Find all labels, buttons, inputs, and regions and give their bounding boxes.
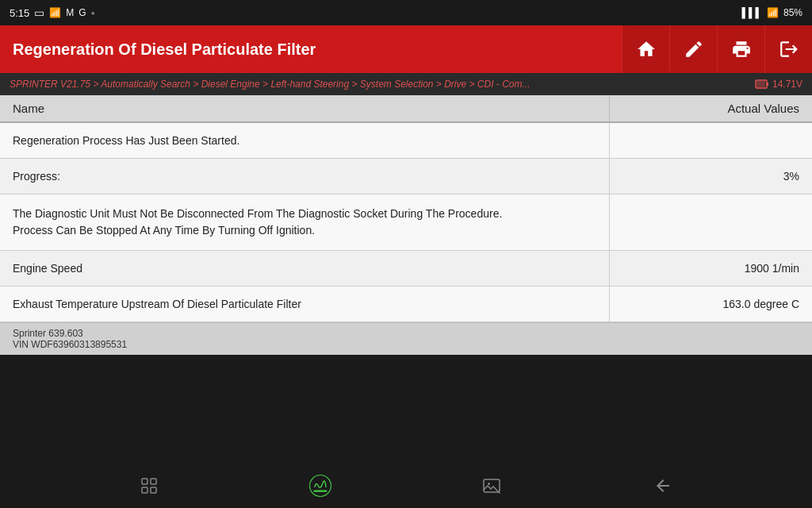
table-cell-name: Regeneration Process Has Just Been Start…	[0, 122, 609, 159]
exit-button[interactable]	[764, 25, 812, 73]
print-button[interactable]	[717, 25, 764, 73]
svg-point-10	[488, 483, 490, 485]
recent-apps-button[interactable]	[130, 467, 168, 505]
wifi-icon: 📶	[767, 7, 779, 18]
table-cell-value	[609, 122, 812, 159]
gallery-button[interactable]	[473, 467, 511, 505]
value-column-header: Actual Values	[609, 95, 812, 122]
table-row: Engine Speed1900 1/min	[0, 251, 812, 287]
m-icon: M	[66, 7, 74, 18]
edit-icon	[684, 39, 704, 60]
battery-icon: ▭	[34, 6, 44, 19]
svg-rect-1	[767, 83, 768, 86]
svg-rect-6	[151, 487, 156, 493]
signal-icon: 📶	[49, 7, 61, 18]
voltage-display: 14.71V	[755, 79, 802, 90]
home-icon	[636, 39, 657, 60]
table-header: Name Actual Values	[0, 95, 812, 122]
svg-rect-2	[756, 81, 765, 87]
svg-rect-4	[151, 479, 156, 484]
exit-icon	[779, 39, 799, 60]
svg-point-7	[310, 475, 331, 497]
breadcrumb: SPRINTER V21.75 > Automatically Search >…	[0, 73, 812, 95]
back-button[interactable]	[644, 467, 682, 505]
table-row: Progress:3%	[0, 159, 812, 194]
header: Regeneration Of Diesel Particulate Filte…	[0, 25, 812, 73]
vehicle-model: Sprinter 639.603	[13, 328, 799, 339]
print-icon	[731, 39, 752, 60]
table-cell-name: Progress:	[0, 159, 609, 194]
table-row: Exhaust Temperature Upstream Of Diesel P…	[0, 287, 812, 322]
table-cell-value	[609, 194, 812, 251]
table-cell-name: Exhaust Temperature Upstream Of Diesel P…	[0, 287, 609, 322]
vehicle-vin: VIN WDF63960313895531	[13, 339, 799, 350]
name-column-header: Name	[0, 95, 609, 122]
table-row: Regeneration Process Has Just Been Start…	[0, 122, 812, 159]
edit-button[interactable]	[669, 25, 717, 73]
svg-rect-5	[142, 487, 147, 493]
battery-percent: 85%	[783, 7, 802, 18]
status-right: ▌▌▌ 📶 85%	[741, 7, 802, 18]
svg-rect-3	[142, 479, 147, 484]
footer-info: Sprinter 639.603 VIN WDF63960313895531	[0, 322, 812, 355]
table-cell-value: 1900 1/min	[609, 251, 812, 287]
status-bar: 5:15 ▭ 📶 M G ● ▌▌▌ 📶 85%	[0, 0, 812, 25]
dot-icon: ●	[91, 10, 95, 17]
breadcrumb-text: SPRINTER V21.75 > Automatically Search >…	[10, 79, 530, 90]
time-display: 5:15	[10, 7, 29, 19]
header-icon-group	[622, 25, 812, 73]
home-button[interactable]	[622, 25, 669, 73]
recent-apps-icon	[140, 476, 159, 495]
gallery-icon	[482, 476, 501, 495]
data-table: Name Actual Values Regeneration Process …	[0, 95, 812, 322]
status-left: 5:15 ▭ 📶 M G ●	[10, 6, 95, 19]
g-icon: G	[79, 7, 86, 18]
svg-rect-8	[314, 491, 327, 492]
diagnostic-button[interactable]	[301, 467, 339, 505]
content-area: Name Actual Values Regeneration Process …	[0, 95, 812, 355]
battery-voltage-icon	[755, 79, 769, 90]
bottom-nav	[0, 464, 812, 508]
diagnostic-icon	[309, 475, 331, 497]
network-bars-icon: ▌▌▌	[741, 7, 762, 18]
table-cell-value: 3%	[609, 159, 812, 194]
table-cell-name: Engine Speed	[0, 251, 609, 287]
table-cell-name: The Diagnostic Unit Must Not Be Disconne…	[0, 194, 609, 251]
page-title: Regeneration Of Diesel Particulate Filte…	[13, 40, 622, 59]
table-row: The Diagnostic Unit Must Not Be Disconne…	[0, 194, 812, 251]
back-icon	[653, 476, 672, 495]
table-cell-value: 163.0 degree C	[609, 287, 812, 322]
